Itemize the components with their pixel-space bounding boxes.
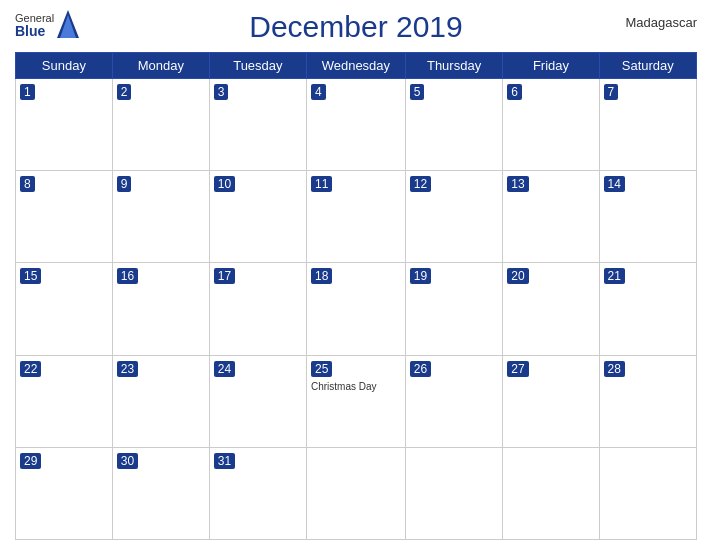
country-label: Madagascar (625, 15, 697, 30)
table-row: 10 (209, 171, 306, 263)
table-row: 25Christmas Day (306, 355, 405, 447)
date-number: 8 (20, 176, 35, 192)
calendar-title: December 2019 (249, 10, 462, 44)
table-row: 6 (503, 79, 599, 171)
date-number: 11 (311, 176, 332, 192)
date-number: 29 (20, 453, 41, 469)
date-number: 12 (410, 176, 431, 192)
date-number: 20 (507, 268, 528, 284)
table-row: 9 (112, 171, 209, 263)
date-number: 24 (214, 361, 235, 377)
date-number: 15 (20, 268, 41, 284)
table-row: 20 (503, 263, 599, 355)
date-number: 30 (117, 453, 138, 469)
date-number: 14 (604, 176, 625, 192)
date-number: 18 (311, 268, 332, 284)
table-row: 2 (112, 79, 209, 171)
table-row: 15 (16, 263, 113, 355)
table-row (306, 447, 405, 539)
calendar-week-row: 1234567 (16, 79, 697, 171)
date-number: 28 (604, 361, 625, 377)
date-number: 3 (214, 84, 229, 100)
calendar-week-row: 22232425Christmas Day262728 (16, 355, 697, 447)
table-row: 14 (599, 171, 696, 263)
calendar-table: Sunday Monday Tuesday Wednesday Thursday… (15, 52, 697, 540)
holiday-label: Christmas Day (311, 381, 401, 392)
date-number: 16 (117, 268, 138, 284)
date-number: 7 (604, 84, 619, 100)
table-row: 11 (306, 171, 405, 263)
calendar-wrapper: General Blue December 2019 Madagascar Su… (0, 0, 712, 550)
table-row: 5 (405, 79, 503, 171)
table-row: 27 (503, 355, 599, 447)
table-row: 29 (16, 447, 113, 539)
table-row: 3 (209, 79, 306, 171)
date-number: 6 (507, 84, 522, 100)
table-row: 22 (16, 355, 113, 447)
table-row (503, 447, 599, 539)
header-monday: Monday (112, 53, 209, 79)
table-row: 7 (599, 79, 696, 171)
table-row: 13 (503, 171, 599, 263)
table-row (405, 447, 503, 539)
calendar-week-row: 293031 (16, 447, 697, 539)
table-row: 28 (599, 355, 696, 447)
date-number: 22 (20, 361, 41, 377)
header-wednesday: Wednesday (306, 53, 405, 79)
table-row (599, 447, 696, 539)
table-row: 8 (16, 171, 113, 263)
header-saturday: Saturday (599, 53, 696, 79)
table-row: 26 (405, 355, 503, 447)
table-row: 17 (209, 263, 306, 355)
table-row: 21 (599, 263, 696, 355)
date-number: 25 (311, 361, 332, 377)
header-friday: Friday (503, 53, 599, 79)
date-number: 27 (507, 361, 528, 377)
logo-area: General Blue (15, 10, 79, 42)
weekday-header-row: Sunday Monday Tuesday Wednesday Thursday… (16, 53, 697, 79)
date-number: 19 (410, 268, 431, 284)
table-row: 18 (306, 263, 405, 355)
date-number: 2 (117, 84, 132, 100)
date-number: 17 (214, 268, 235, 284)
date-number: 9 (117, 176, 132, 192)
table-row: 30 (112, 447, 209, 539)
date-number: 21 (604, 268, 625, 284)
table-row: 4 (306, 79, 405, 171)
calendar-header: General Blue December 2019 Madagascar (15, 10, 697, 44)
header-sunday: Sunday (16, 53, 113, 79)
logo-blue-text: Blue (15, 24, 54, 39)
header-thursday: Thursday (405, 53, 503, 79)
table-row: 12 (405, 171, 503, 263)
table-row: 16 (112, 263, 209, 355)
date-number: 26 (410, 361, 431, 377)
table-row: 1 (16, 79, 113, 171)
date-number: 5 (410, 84, 425, 100)
table-row: 23 (112, 355, 209, 447)
date-number: 31 (214, 453, 235, 469)
date-number: 1 (20, 84, 35, 100)
date-number: 13 (507, 176, 528, 192)
date-number: 10 (214, 176, 235, 192)
table-row: 31 (209, 447, 306, 539)
date-number: 4 (311, 84, 326, 100)
table-row: 24 (209, 355, 306, 447)
date-number: 23 (117, 361, 138, 377)
logo-icon (57, 10, 79, 42)
calendar-week-row: 891011121314 (16, 171, 697, 263)
calendar-week-row: 15161718192021 (16, 263, 697, 355)
table-row: 19 (405, 263, 503, 355)
header-tuesday: Tuesday (209, 53, 306, 79)
